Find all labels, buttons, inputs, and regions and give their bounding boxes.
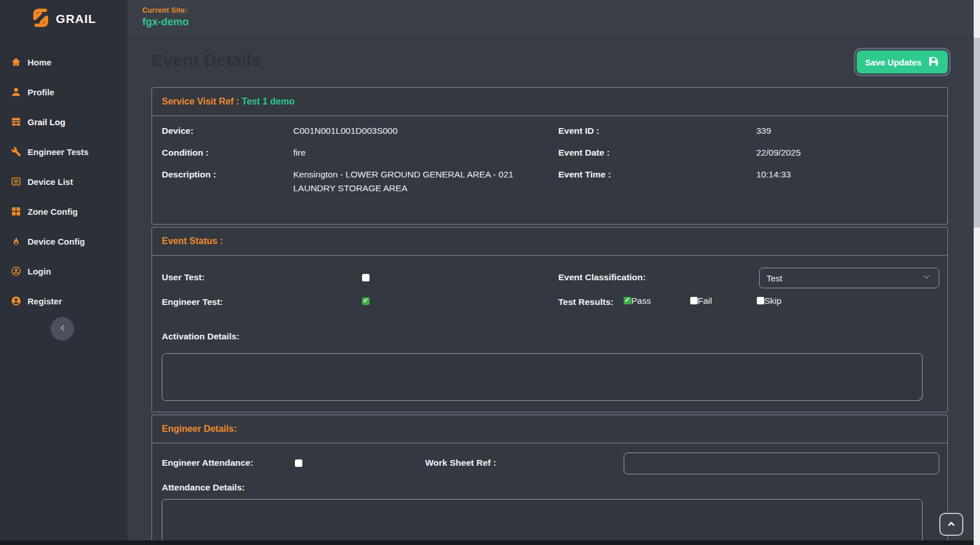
test-result-skip-option: Skip (757, 295, 823, 307)
work-sheet-ref-label: Work Sheet Ref : (425, 453, 624, 470)
event-id-value: 339 (756, 124, 771, 138)
sidebar-item-zone-config[interactable]: Zone Config (0, 196, 127, 226)
skip-label: Skip (764, 295, 781, 307)
condition-row: Condition : fire (162, 146, 522, 160)
event-status-card: Event Status : User Test: Event Classifi… (151, 227, 948, 412)
pass-checkbox[interactable] (624, 297, 631, 304)
sidebar-item-device-list[interactable]: Device List (0, 167, 127, 196)
sidebar-item-label: Profile (28, 87, 55, 97)
chevron-up-icon (945, 517, 958, 532)
description-row: Description : Kensington - LOWER GROUND … (162, 168, 522, 195)
sidebar-item-grail-log[interactable]: Grail Log (0, 107, 127, 137)
main-content: Event Details Save Updates Service Visit… (127, 36, 974, 545)
sidebar-item-label: Grail Log (28, 117, 65, 127)
activation-details-label: Activation Details: (162, 330, 939, 343)
sidebar-item-label: Device List (28, 177, 73, 187)
brand-name: GRAIL (56, 12, 96, 26)
title-row: Event Details Save Updates (151, 51, 948, 74)
description-label: Description : (162, 168, 293, 195)
sidebar-item-label: Login (28, 266, 51, 276)
sidebar-item-label: Device Config (28, 237, 85, 246)
activation-details-textarea[interactable] (162, 353, 923, 401)
grail-logo-icon (31, 7, 50, 30)
engineer-test-row: Engineer Test: Test Results: Pass Fail (162, 295, 939, 324)
sidebar-item-home[interactable]: Home (0, 47, 127, 77)
service-visit-ref-value: Test 1 demo (242, 96, 294, 106)
engineer-test-label: Engineer Test: (162, 295, 362, 309)
engineer-details-header: Engineer Details: (152, 415, 947, 443)
event-date-label: Event Date : (558, 146, 756, 160)
save-icon (928, 56, 939, 69)
chevron-down-icon (921, 272, 932, 284)
attendance-details-textarea[interactable] (162, 499, 923, 545)
user-test-checkbox[interactable] (362, 274, 370, 281)
grid-icon (10, 206, 21, 217)
user-test-label: User Test: (162, 268, 362, 284)
horizontal-scrollbar[interactable] (0, 540, 974, 545)
event-time-label: Event Time : (558, 168, 756, 181)
table-icon (10, 117, 21, 127)
device-value: C001N001L001D003S000 (293, 124, 522, 138)
test-result-pass-option: Pass (624, 295, 690, 307)
brand[interactable]: GRAIL (0, 0, 127, 38)
sidebar-item-device-config[interactable]: Device Config (0, 226, 127, 256)
description-value: Kensington - LOWER GROUND GENERAL AREA -… (293, 168, 522, 195)
event-classification-label: Event Classification: (558, 268, 759, 284)
service-visit-ref-label: Service Visit Ref : (162, 96, 239, 106)
engineer-details-card: Engineer Details: Engineer Attendance: W… (151, 415, 948, 545)
grail-app: GRAIL Home Profile Grail Log (0, 0, 980, 545)
sidebar-item-login[interactable]: Login (0, 256, 127, 286)
skip-checkbox[interactable] (757, 297, 764, 304)
engineer-attendance-row: Engineer Attendance: Work Sheet Ref : (162, 453, 939, 474)
engineer-attendance-checkbox[interactable] (295, 459, 302, 467)
chevron-left-icon (57, 322, 68, 335)
service-visit-body: Device: C001N001L001D003S000 Condition :… (152, 116, 947, 224)
save-updates-button[interactable]: Save Updates (857, 51, 948, 74)
test-result-fail-option: Fail (690, 295, 757, 307)
sidebar-item-label: Engineer Tests (28, 147, 88, 157)
scroll-to-top-button[interactable] (939, 513, 963, 536)
sidebar-collapse-button[interactable] (50, 317, 74, 341)
event-date-row: Event Date : 22/09/2025 (558, 146, 939, 160)
vertical-scrollbar[interactable] (974, 0, 980, 545)
sidebar-item-label: Home (28, 57, 52, 67)
event-classification-select[interactable]: Test (759, 268, 939, 288)
vertical-scrollbar-thumb[interactable] (974, 38, 980, 227)
fail-label: Fail (698, 295, 712, 307)
sidebar: GRAIL Home Profile Grail Log (0, 0, 127, 545)
current-site-name[interactable]: fgx-demo (142, 16, 974, 28)
sidebar-item-engineer-tests[interactable]: Engineer Tests (0, 137, 127, 167)
login-icon (10, 266, 21, 277)
device-list-icon (10, 176, 21, 187)
fail-checkbox[interactable] (690, 297, 698, 304)
pass-label: Pass (631, 295, 651, 307)
engineer-details-body: Engineer Attendance: Work Sheet Ref : At… (152, 443, 947, 545)
event-date-value: 22/09/2025 (756, 146, 801, 160)
engineer-details-heading: Engineer Details: (162, 424, 237, 434)
event-status-heading: Event Status : (162, 236, 223, 246)
event-status-body: User Test: Event Classification: Test En… (152, 256, 947, 412)
sidebar-item-label: Register (28, 296, 62, 306)
attendance-details-label: Attendance Details: (162, 481, 939, 494)
user-test-row: User Test: Event Classification: Test (162, 268, 939, 288)
event-time-value: 10:14:33 (756, 168, 791, 181)
service-visit-header: Service Visit Ref : Test 1 demo (152, 88, 947, 116)
sidebar-item-label: Zone Config (28, 207, 77, 217)
event-time-row: Event Time : 10:14:33 (558, 168, 939, 181)
work-sheet-ref-input[interactable] (624, 453, 939, 474)
sidebar-item-profile[interactable]: Profile (0, 77, 127, 107)
sidebar-item-register[interactable]: Register (0, 286, 127, 316)
event-id-label: Event ID : (558, 124, 756, 138)
flame-icon (10, 236, 21, 247)
event-status-header: Event Status : (152, 227, 947, 256)
engineer-attendance-label: Engineer Attendance: (162, 453, 295, 470)
device-row: Device: C001N001L001D003S000 (162, 124, 522, 138)
sidebar-nav: Home Profile Grail Log Engineer Tests (0, 38, 127, 316)
test-results-label: Test Results: (558, 295, 624, 309)
engineer-test-checkbox[interactable] (362, 297, 370, 305)
top-header: Current Site: fgx-demo (127, 0, 974, 36)
condition-label: Condition : (162, 146, 293, 160)
event-id-row: Event ID : 339 (558, 124, 939, 138)
register-icon (10, 296, 21, 307)
wrench-icon (10, 146, 21, 157)
